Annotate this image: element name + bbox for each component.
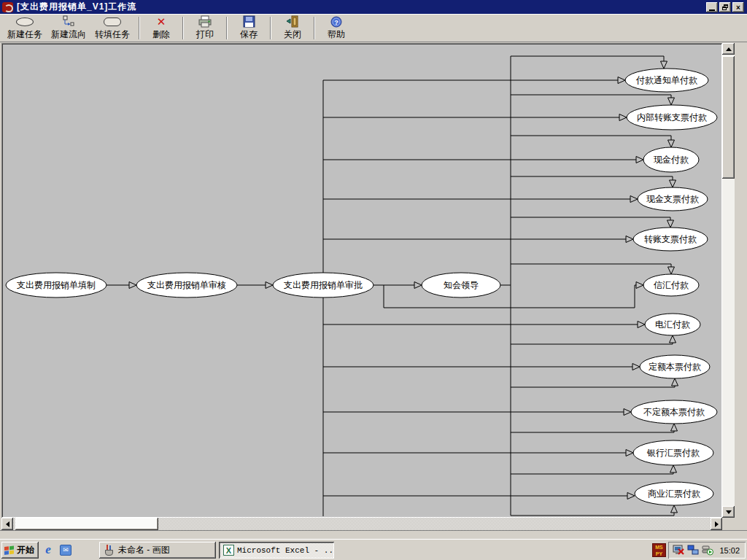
workflow-node-5[interactable]: 内部转账支票付款	[627, 105, 717, 130]
save-button[interactable]: 保存	[232, 15, 266, 42]
workflow-node-2[interactable]: 支出费用报销单审批	[273, 273, 374, 298]
node-label: 转账支票付款	[644, 234, 697, 244]
flow-arrowhead	[670, 180, 676, 187]
arrow-down-icon	[726, 510, 732, 514]
new-flow-label: 新建流向	[51, 28, 86, 41]
scroll-right-button[interactable]	[711, 518, 722, 530]
new-task-icon	[16, 18, 34, 26]
print-label: 打印	[196, 28, 214, 41]
workflow-node-13[interactable]: 银行汇票付款	[633, 440, 713, 465]
new-flow-button[interactable]: 新建流向	[47, 15, 90, 42]
workflow-node-4[interactable]: 付款通知单付款	[625, 69, 708, 92]
print-button[interactable]: 打印	[188, 15, 222, 42]
flow-arrowhead	[624, 409, 631, 416]
excel-icon: X	[223, 545, 234, 556]
flow-arrowhead	[619, 114, 627, 121]
windows-logo-icon	[4, 545, 15, 556]
workflow-node-3[interactable]: 知会领导	[422, 273, 500, 298]
network-icon[interactable]	[687, 545, 699, 556]
toolbar-separator	[314, 17, 315, 39]
offline-computer-icon[interactable]	[673, 545, 684, 556]
flow-connector	[511, 343, 673, 344]
workflow-canvas-svg: 支出费用报销单填制支出费用报销单审核支出费用报销单审批知会领导付款通知单付款内部…	[1, 43, 722, 518]
flow-arrowhead	[636, 157, 643, 163]
flow-arrowhead	[627, 493, 635, 499]
arrow-up-icon	[726, 47, 732, 51]
node-label: 现金支票付款	[646, 194, 699, 204]
flow-arrowhead	[626, 236, 633, 243]
transfer-task-label: 转填任务	[95, 28, 130, 41]
workflow-node-11[interactable]: 定额本票付款	[640, 355, 710, 378]
flow-arrowhead	[129, 282, 136, 289]
scroll-up-button[interactable]	[722, 43, 735, 55]
workflow-node-8[interactable]: 转账支票付款	[633, 228, 708, 251]
new-task-button[interactable]: 新建任务	[3, 15, 47, 42]
flow-arrowhead	[414, 282, 422, 289]
scroll-left-button[interactable]	[1, 518, 13, 530]
restore-button[interactable]	[719, 2, 731, 12]
node-label: 信汇付款	[654, 280, 689, 290]
system-tray: 15:02	[668, 542, 746, 559]
vertical-scrollbar[interactable]	[722, 43, 735, 518]
print-icon	[198, 15, 212, 28]
flow-connector	[511, 95, 671, 98]
flow-connector	[511, 217, 670, 220]
start-button[interactable]: 开始	[1, 542, 39, 559]
internet-explorer-icon[interactable]: e	[41, 542, 55, 557]
workflow-node-7[interactable]: 现金支票付款	[638, 187, 708, 211]
new-task-label: 新建任务	[7, 28, 42, 41]
delete-button[interactable]: ✕ 删除	[144, 15, 178, 42]
toolbar: 新建任务 新建流向 转填任务 ✕ 删除	[0, 14, 747, 42]
transfer-task-button[interactable]: 转填任务	[90, 15, 134, 42]
toolbar-separator	[182, 17, 184, 39]
flow-arrowhead	[671, 505, 678, 513]
vertical-scroll-thumb[interactable]	[722, 56, 735, 179]
flow-connector	[511, 513, 674, 516]
flow-arrowhead	[266, 282, 273, 289]
node-label: 支出费用报销单审核	[147, 280, 226, 290]
titlebar: [支出费用报销单_V1]工作流 ×	[0, 0, 747, 14]
workflow-node-12[interactable]: 不定额本票付款	[631, 400, 717, 424]
task-button-paint[interactable]: 未命名 - 画图	[99, 542, 216, 559]
node-label: 商业汇票付款	[648, 489, 700, 499]
workflow-node-0[interactable]: 支出费用报销单填制	[6, 273, 107, 298]
node-label: 定额本票付款	[649, 362, 701, 372]
workflow-node-1[interactable]: 支出费用报销单审核	[136, 273, 237, 298]
taskbar: 开始 e ✉ 未命名 - 画图 X Microsoft Excel - ... …	[0, 539, 747, 560]
flow-arrowhead	[668, 140, 675, 147]
node-label: 知会领导	[444, 280, 479, 290]
help-icon: ?	[330, 15, 342, 28]
close-button[interactable]: 关闭	[276, 15, 309, 42]
arrow-left-icon	[6, 521, 9, 527]
app-icon[interactable]	[2, 2, 13, 12]
node-label: 内部转账支票付款	[637, 112, 707, 122]
exit-door-icon	[285, 15, 300, 28]
flow-connector	[511, 264, 671, 267]
flow-arrowhead	[668, 267, 675, 274]
help-button[interactable]: ? 帮助	[320, 15, 353, 42]
clock[interactable]: 15:02	[719, 546, 740, 555]
horizontal-scrollbar[interactable]	[1, 518, 722, 530]
workflow-node-10[interactable]: 电汇付款	[645, 314, 700, 335]
flow-arrowhead	[626, 450, 633, 456]
minimize-button[interactable]	[706, 2, 718, 12]
flow-arrowhead	[632, 364, 640, 370]
desktop: [支出费用报销单_V1]工作流 × 新建任务 新建流向	[0, 0, 747, 560]
node-label: 支出费用报销单填制	[17, 280, 96, 290]
input-method-indicator[interactable]: MSPY	[652, 543, 666, 557]
horizontal-scroll-thumb[interactable]	[15, 518, 158, 530]
service-running-icon[interactable]	[702, 545, 713, 556]
workflow-node-14[interactable]: 商业汇票付款	[635, 482, 713, 505]
node-label: 支出费用报销单审批	[284, 280, 363, 290]
workflow-node-6[interactable]: 现金付款	[643, 147, 699, 172]
node-label: 现金付款	[654, 155, 689, 165]
close-label: 关闭	[284, 28, 301, 41]
close-window-button[interactable]: ×	[732, 2, 744, 12]
workflow-canvas[interactable]: 支出费用报销单填制支出费用报销单审核支出费用报销单审批知会领导付款通知单付款内部…	[1, 43, 722, 518]
flow-arrowhead	[618, 77, 625, 84]
outlook-express-icon[interactable]: ✉	[58, 542, 73, 557]
workflow-node-9[interactable]: 信汇付款	[643, 274, 699, 296]
scroll-down-button[interactable]	[722, 506, 735, 518]
node-label: 付款通知单付款	[635, 75, 697, 85]
task-button-excel[interactable]: X Microsoft Excel - ...	[219, 542, 334, 559]
